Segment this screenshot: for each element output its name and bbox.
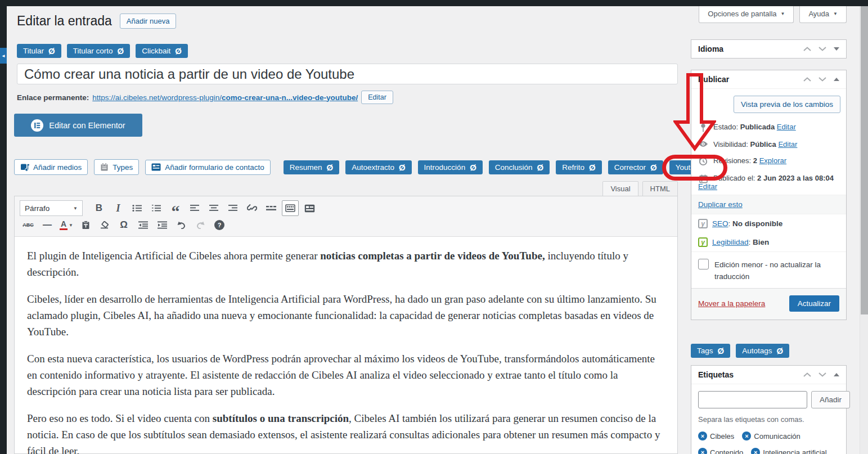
link-button[interactable] [244, 200, 260, 216]
readability-link[interactable]: Legibilidad [712, 238, 749, 246]
permalink-row: Enlace permanente: https://ai.cibeles.ne… [17, 91, 393, 104]
align-right-button[interactable] [224, 200, 241, 216]
numbered-list-button[interactable] [148, 200, 165, 216]
indent-button[interactable] [154, 217, 170, 233]
eye-icon [698, 141, 708, 147]
tags-panel: Etiquetas Añadir Separa las etiquetas co… [691, 365, 847, 454]
ai-corrector-button[interactable]: CorrectorØ [608, 160, 663, 174]
ai-resumen-button[interactable]: ResumenØ [284, 160, 339, 174]
editor-content[interactable]: El plugin de Inteligencia Artificial de … [15, 237, 677, 454]
add-media-button[interactable]: Añadir medios [14, 159, 88, 175]
screen-options-button[interactable]: Opciones de pantalla ▼ [699, 6, 794, 23]
permalink-url[interactable]: https://ai.cibeles.net/wordpress-plugin/… [92, 93, 358, 102]
collapse-menu-button[interactable]: ◄ [0, 48, 7, 64]
ai-conclusion-button[interactable]: ConclusiónØ [489, 160, 550, 174]
minor-edit-checkbox[interactable] [698, 259, 709, 269]
bullet-list-button[interactable] [129, 200, 146, 216]
tag-label: Cibeles [710, 432, 734, 440]
edit-date-link[interactable]: Editar [698, 182, 717, 191]
seo-link[interactable]: SEO [712, 219, 728, 228]
toggle-panel-icon[interactable] [834, 373, 839, 376]
move-down-icon[interactable] [818, 372, 826, 377]
status-row: Estado: Publicada Editar [691, 119, 846, 136]
new-tag-input[interactable] [698, 391, 807, 408]
titular-button[interactable]: TitularØ [17, 44, 61, 58]
strikethrough-button[interactable]: ABC [20, 217, 37, 233]
elementor-logo-icon [31, 119, 43, 132]
content-paragraph: Cibeles, líder en desarrollo de herramie… [27, 291, 665, 340]
insert-block-button[interactable] [301, 200, 318, 216]
edit-with-elementor-button[interactable]: Editar con Elementor [14, 114, 142, 137]
sidebar: Idioma Publicar Vista previa de los camb… [691, 39, 847, 454]
move-up-icon[interactable] [803, 47, 811, 51]
move-up-icon[interactable] [803, 77, 811, 82]
bold-button[interactable]: B [91, 200, 107, 216]
refresh-icon: Ø [650, 163, 657, 172]
read-more-button[interactable] [263, 200, 280, 216]
redo-button[interactable] [192, 217, 209, 233]
outdent-button[interactable] [134, 217, 151, 233]
move-down-icon[interactable] [818, 47, 826, 51]
paragraph-format-select[interactable]: Párrafo ▼ [20, 200, 83, 216]
editor-toolbar: Párrafo ▼ B I “ [15, 196, 677, 237]
scrollbar[interactable] [860, 0, 868, 454]
refresh-icon: Ø [589, 163, 596, 172]
edit-visibility-link[interactable]: Editar [778, 140, 797, 149]
remove-tag-icon[interactable]: × [751, 448, 760, 454]
special-character-button[interactable]: Ω [115, 217, 132, 233]
tags-panel-title: Etiquetas [698, 370, 803, 379]
add-tag-button[interactable]: Añadir [811, 391, 850, 408]
title-generator-buttons: TitularØ Titular cortoØ ClickbaitØ [17, 44, 188, 58]
duplicate-this-link[interactable]: Duplicar esto [698, 200, 743, 209]
content-paragraph: Pero eso no es todo. Si el video cuenta … [27, 410, 665, 454]
autotags-button[interactable]: AutotagsØ [736, 344, 789, 358]
help-button-editor[interactable]: ? [211, 217, 228, 233]
tab-html[interactable]: HTML [642, 181, 678, 197]
toggle-panel-icon[interactable] [834, 47, 839, 51]
clickbait-button[interactable]: ClickbaitØ [136, 44, 188, 58]
page-title: Editar la entrada [17, 14, 112, 29]
blockquote-button[interactable]: “ [167, 200, 184, 216]
move-down-icon[interactable] [818, 77, 826, 82]
post-title-input[interactable] [17, 64, 678, 84]
browse-revisions-link[interactable]: Explorar [759, 156, 786, 165]
align-left-button[interactable] [186, 200, 203, 216]
text-color-button[interactable]: A ▼ [58, 217, 75, 233]
edit-status-link[interactable]: Editar [777, 123, 796, 131]
major-publishing-actions: Mover a la papelera Actualizar [691, 288, 846, 320]
ai-refrito-button[interactable]: RefritoØ [556, 160, 601, 174]
tab-visual[interactable]: Visual [602, 181, 638, 197]
add-contact-form-button[interactable]: Añadir formulario de contacto [145, 160, 270, 175]
permalink-edit-button[interactable]: Editar [361, 91, 393, 104]
remove-tag-icon[interactable]: × [742, 431, 751, 440]
ai-introduccion-button[interactable]: IntroducciónØ [418, 160, 483, 174]
add-new-button[interactable]: Añadir nueva [120, 14, 177, 29]
toggle-panel-icon[interactable] [834, 78, 839, 81]
clear-formatting-button[interactable] [96, 217, 113, 233]
align-center-button[interactable] [205, 200, 222, 216]
remove-tag-icon[interactable]: × [698, 448, 707, 454]
italic-button[interactable]: I [110, 200, 127, 216]
seo-row: y SEO: No disponible [691, 214, 846, 233]
types-button[interactable]: Types [94, 159, 139, 175]
scrollbar-thumb[interactable] [861, 6, 868, 314]
update-button[interactable]: Actualizar [789, 295, 839, 312]
published-date-row: Publicado el: 2 Jun 2023 a las 08:04 Edi… [691, 170, 846, 195]
preview-changes-button[interactable]: Vista previa de los cambios [734, 96, 840, 113]
paste-as-text-button[interactable] [77, 217, 94, 233]
refresh-icon: Ø [537, 163, 544, 172]
toolbar-toggle-button[interactable] [282, 200, 299, 216]
help-button[interactable]: Ayuda ▼ [799, 6, 847, 23]
minor-edit-label: Edición menor - no actualizar la traducc… [714, 259, 839, 282]
titular-corto-button[interactable]: Titular cortoØ [67, 44, 130, 58]
horizontal-rule-button[interactable]: — [39, 217, 56, 233]
ai-autoextracto-button[interactable]: AutoextractoØ [345, 160, 411, 174]
move-up-icon[interactable] [803, 372, 811, 377]
form-icon [151, 163, 161, 171]
move-to-trash-link[interactable]: Mover a la papelera [698, 299, 765, 308]
remove-tag-icon[interactable]: × [698, 431, 707, 440]
tags-button[interactable]: TagsØ [691, 344, 730, 358]
undo-button[interactable] [173, 217, 190, 233]
screen-options-label: Opciones de pantalla [708, 10, 776, 18]
tag-item: × Inteligencia artificial [751, 448, 826, 454]
